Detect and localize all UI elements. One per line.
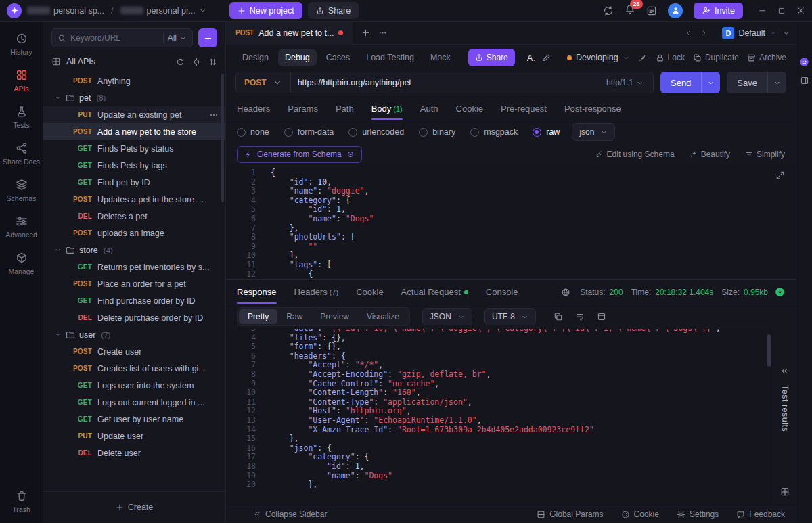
new-tab-button[interactable]	[361, 28, 370, 37]
sync-icon[interactable]	[603, 5, 614, 16]
generate-from-schema-button[interactable]: Generate from Schema	[237, 146, 362, 163]
tree-item[interactable]: PUTUpdate an existing pet	[43, 106, 225, 123]
tree-item[interactable]: POSTUpdates a pet in the store ...	[43, 191, 225, 208]
response-tab-console[interactable]: Console	[486, 280, 518, 304]
ai-assistant-icon[interactable]	[799, 57, 809, 67]
request-doc-tab[interactable]: POST Add a new pet to t...	[226, 22, 353, 45]
body-type-none[interactable]: none	[237, 127, 269, 137]
method-dropdown[interactable]: POST	[236, 72, 291, 93]
tree-item[interactable]: POSTAdd a new pet to the store	[43, 123, 225, 140]
search-input[interactable]: Keyword/URL All	[51, 28, 193, 47]
copy-icon[interactable]	[554, 312, 563, 321]
save-button[interactable]: Save	[727, 72, 786, 93]
collapse-sidebar-button[interactable]: Collapse Sidebar	[253, 509, 327, 519]
mode-tab-mock[interactable]: Mock	[424, 49, 457, 66]
request-tab-body[interactable]: Body(1)	[371, 97, 403, 120]
tree-item[interactable]: GETGet user by user name	[43, 411, 225, 428]
tab-scroll-left-button[interactable]	[685, 29, 693, 37]
edit-using-schema-button[interactable]: Edit using Schema	[595, 150, 675, 159]
tree-item[interactable]: POSTPlace an order for a pet	[43, 275, 225, 292]
view-preview[interactable]: Preview	[311, 309, 358, 324]
rail-item-manage[interactable]: Manage	[2, 248, 41, 279]
view-visualize[interactable]: Visualize	[358, 309, 408, 324]
raw-format-dropdown[interactable]: json	[572, 123, 615, 141]
tree-item[interactable]: DELDelete user	[43, 445, 225, 461]
close-button[interactable]	[796, 6, 805, 15]
body-type-binary[interactable]: binary	[419, 127, 455, 137]
rail-item-tests[interactable]: Tests	[2, 101, 41, 133]
response-tab-response[interactable]: Response	[237, 280, 277, 304]
share-workspace-button[interactable]: Share	[308, 2, 359, 19]
response-body-viewer[interactable]: 3 "data": "{\"id\": 10, \"name\": \"dogg…	[226, 329, 773, 505]
request-tab-auth[interactable]: Auth	[420, 97, 438, 120]
tree-folder-user[interactable]: user(7)	[43, 326, 225, 343]
invite-button[interactable]: Invite	[694, 3, 743, 19]
tree-item[interactable]: POSTCreates list of users with gi...	[43, 360, 225, 377]
locate-icon[interactable]	[192, 58, 201, 66]
mode-tab-cases[interactable]: Cases	[319, 49, 357, 66]
scrollbar[interactable]	[767, 334, 771, 367]
view-pretty[interactable]: Pretty	[239, 309, 277, 324]
create-api-button[interactable]: Create	[51, 498, 217, 517]
wrap-lines-icon[interactable]	[575, 312, 585, 321]
minimize-button[interactable]	[758, 6, 767, 15]
api-status-dropdown[interactable]: Developing	[567, 53, 630, 62]
tree-item[interactable]: GETFinds Pets by status	[43, 140, 225, 157]
tree-item[interactable]: DELDeletes a pet	[43, 208, 225, 225]
tree-item[interactable]: DELDelete purchase order by ID	[43, 309, 225, 326]
share-api-button[interactable]: Share	[468, 49, 515, 66]
request-tab-post-response[interactable]: Post-response	[564, 97, 621, 120]
archive-button[interactable]: Archive	[747, 53, 786, 62]
statusbar-settings[interactable]: Settings	[677, 509, 719, 519]
mode-tab-design[interactable]: Design	[235, 49, 275, 66]
edit-title-icon[interactable]	[542, 53, 551, 62]
simplify-button[interactable]: Simplify	[745, 150, 785, 159]
tree-item[interactable]: GETLogs out current logged in ...	[43, 394, 225, 411]
tree-item[interactable]: POSTCreate user	[43, 343, 225, 360]
notifications-button[interactable]: 28	[625, 4, 635, 17]
workspace-breadcrumb[interactable]: personal sp...	[27, 6, 104, 16]
request-tab-path[interactable]: Path	[336, 97, 354, 120]
changelog-icon[interactable]	[646, 5, 657, 16]
project-breadcrumb[interactable]: personal pr...	[120, 6, 206, 16]
tree-item[interactable]: GETFind pet by ID	[43, 174, 225, 191]
tab-options-button[interactable]	[378, 28, 387, 37]
rail-item-trash[interactable]: Trash	[2, 486, 41, 518]
mode-tab-debug[interactable]: Debug	[278, 49, 317, 66]
sort-icon[interactable]	[208, 58, 217, 66]
url-input[interactable]: https://httpbin.org/anything/pet http/1.…	[291, 72, 653, 93]
rail-item-share-docs[interactable]: Share Docs	[2, 138, 41, 170]
tree-item[interactable]: POSTAnything	[43, 72, 225, 89]
view-raw[interactable]: Raw	[277, 309, 311, 324]
request-tab-cookie[interactable]: Cookie	[456, 97, 483, 120]
more-icon[interactable]	[209, 110, 219, 120]
maximize-button[interactable]	[777, 7, 786, 15]
response-tab-headers[interactable]: Headers(7)	[294, 280, 339, 304]
body-type-form-data[interactable]: form-data	[284, 127, 334, 137]
body-type-urlencoded[interactable]: urlencoded	[348, 127, 404, 137]
tree-item[interactable]: GETFind purchase order by ID	[43, 292, 225, 309]
all-apis-header[interactable]: All APIs	[43, 53, 225, 71]
new-project-button[interactable]: New project	[229, 2, 302, 19]
tab-scroll-right-button[interactable]	[700, 29, 708, 37]
lock-button[interactable]: Lock	[656, 53, 685, 62]
response-format-dropdown[interactable]: JSON	[422, 308, 472, 325]
layout-icon[interactable]	[780, 487, 790, 497]
add-api-button[interactable]	[198, 28, 217, 47]
statusbar-cookie[interactable]: Cookie	[621, 509, 659, 519]
expand-editor-icon[interactable]	[775, 170, 785, 180]
body-type-msgpack[interactable]: msgpack	[470, 127, 518, 137]
tree-folder-pet[interactable]: pet(8)	[43, 89, 225, 106]
tree-folder-store[interactable]: store(4)	[43, 242, 225, 258]
side-panel-icon[interactable]	[800, 76, 809, 85]
statusbar-global-params[interactable]: Global Params	[537, 509, 603, 519]
request-tab-pre-request[interactable]: Pre-request	[501, 97, 547, 120]
duplicate-button[interactable]: Duplicate	[693, 53, 739, 62]
tree-item[interactable]: GETReturns pet inventories by s...	[43, 258, 225, 275]
request-tab-params[interactable]: Params	[288, 97, 318, 120]
response-tab-cookie[interactable]: Cookie	[356, 280, 383, 304]
search-filter-dropdown[interactable]: All	[168, 33, 187, 43]
encoding-dropdown[interactable]: UTF-8	[484, 308, 536, 325]
protocol-dropdown[interactable]: http/1.1	[604, 78, 646, 87]
environment-menu-button[interactable]	[782, 29, 790, 37]
